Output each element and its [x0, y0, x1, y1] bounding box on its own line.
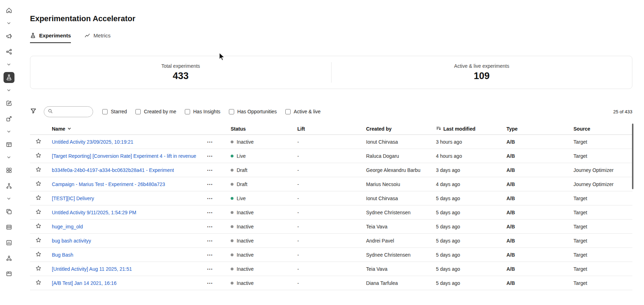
share-icon — [6, 115, 12, 122]
experiment-name-link[interactable]: huge_img_old — [52, 224, 83, 229]
experiment-name-link[interactable]: [A/B Test] Jan 14 2021, 16:16 — [52, 280, 116, 286]
more-actions-button[interactable] — [206, 139, 214, 144]
column-header-lift: Lift — [297, 126, 366, 132]
filter-checkbox-created-by-me[interactable]: Created by me — [135, 109, 176, 114]
table-icon — [6, 141, 12, 148]
sidebar-section-toggle[interactable] — [4, 20, 14, 26]
sidebar-item-megaphone[interactable] — [4, 31, 14, 42]
source-value: Target — [573, 266, 632, 272]
column-header-name[interactable]: Name — [47, 126, 231, 132]
star-button[interactable] — [35, 208, 42, 217]
column-header-type: Type — [506, 126, 573, 132]
sidebar-section-toggle[interactable] — [4, 88, 14, 93]
chevron-down-icon — [67, 126, 71, 132]
type-value: A/B — [506, 266, 573, 272]
sidebar-item-table[interactable] — [4, 139, 14, 150]
more-actions-button[interactable] — [206, 210, 214, 215]
status-label: Live — [237, 196, 246, 201]
table-row: bug bash activityy Inactive - Andrei Pav… — [30, 234, 632, 248]
name-cell: Untitled Activity 9/11/2025, 1:54:29 PM — [47, 210, 231, 215]
sidebar-section-toggle[interactable] — [4, 129, 14, 134]
star-button[interactable] — [35, 137, 42, 146]
lift-value: - — [297, 167, 366, 173]
filter-funnel-button[interactable] — [30, 108, 37, 115]
star-button[interactable] — [35, 222, 42, 231]
star-button[interactable] — [35, 264, 42, 273]
star-button[interactable] — [35, 236, 42, 245]
more-actions-button[interactable] — [206, 281, 214, 285]
filter-checkbox-has-opportunities[interactable]: Has Opportunities — [229, 109, 277, 114]
star-button[interactable] — [35, 250, 42, 259]
star-icon — [35, 223, 42, 230]
metrics-icon — [84, 32, 90, 38]
status-cell: Inactive — [231, 224, 297, 229]
tab-metrics[interactable]: Metrics — [84, 32, 110, 43]
star-cell — [30, 208, 47, 217]
table-row: Untitled Activity 23/09/2025, 10:19:21 I… — [30, 135, 632, 149]
experiment-name-link[interactable]: bug bash activityy — [52, 238, 91, 244]
sidebar-item-chart[interactable] — [4, 237, 14, 248]
tab-experiments[interactable]: Experiments — [30, 32, 71, 43]
sidebar-section-toggle[interactable] — [4, 196, 14, 202]
filter-checkbox-group: StarredCreated by meHas InsightsHas Oppo… — [102, 109, 321, 114]
star-icon — [35, 279, 42, 287]
checkbox-icon — [135, 109, 141, 114]
status-cell: Live — [231, 196, 297, 201]
more-actions-button[interactable] — [206, 196, 214, 201]
experiment-name-link[interactable]: Untitled Activity 23/09/2025, 10:19:21 — [52, 139, 133, 145]
type-value: A/B — [506, 280, 573, 286]
more-actions-button[interactable] — [206, 182, 214, 186]
created-by-value: Ionut Chirvasa — [366, 196, 436, 201]
source-value: Target — [573, 139, 632, 145]
sidebar-item-branch[interactable] — [4, 180, 14, 191]
sidebar-item-copy[interactable] — [4, 206, 14, 217]
filter-checkbox-active-live[interactable]: Active & live — [285, 109, 321, 114]
star-button[interactable] — [35, 180, 42, 189]
star-button[interactable] — [35, 151, 42, 160]
column-header-last-modified[interactable]: Last modified — [436, 126, 506, 132]
name-cell: Campaign - Marius Test - Experiment - 26… — [47, 181, 231, 187]
chevron-down-icon — [7, 21, 11, 25]
filter-checkbox-starred[interactable]: Starred — [102, 109, 127, 114]
sidebar-item-tabs[interactable] — [4, 268, 14, 279]
sidebar-item-compose[interactable] — [4, 98, 14, 109]
star-button[interactable] — [35, 279, 42, 287]
sidebar-item-home[interactable] — [4, 5, 14, 16]
more-actions-button[interactable] — [206, 238, 214, 243]
table-scrollbar[interactable] — [632, 124, 633, 189]
more-actions-button[interactable] — [206, 267, 214, 271]
star-cell — [30, 250, 47, 259]
column-header-created-by: Created by — [366, 126, 436, 132]
filter-checkbox-has-insights[interactable]: Has Insights — [185, 109, 220, 114]
lift-value: - — [297, 153, 366, 159]
experiment-name-link[interactable]: [Target Reporting] [Conversion Rate] Exp… — [52, 153, 196, 159]
experiment-name-link[interactable]: b334fe0a-24b0-4197-a334-bc0632b28a41 - E… — [52, 167, 174, 173]
experiment-name-link[interactable]: [TEST][IC] Delivery — [52, 196, 94, 201]
more-actions-button[interactable] — [206, 154, 214, 158]
star-button[interactable] — [35, 166, 42, 174]
sidebar-item-list[interactable] — [4, 222, 14, 233]
type-value: A/B — [506, 167, 573, 173]
experiment-name-link[interactable]: Campaign - Marius Test - Experiment - 26… — [52, 181, 165, 187]
star-button[interactable] — [35, 194, 42, 203]
more-actions-button[interactable] — [206, 168, 214, 172]
checkbox-label: Has Opportunities — [237, 109, 277, 114]
search-input[interactable] — [55, 109, 89, 114]
sidebar-item-workflow[interactable] — [4, 46, 14, 57]
sidebar-item-org[interactable] — [4, 253, 14, 264]
experiment-name-link[interactable]: Bug Bash — [52, 252, 73, 258]
status-label: Inactive — [237, 210, 254, 215]
experiment-name-link[interactable]: [Untitled Activity] Aug 11 2025, 21:51 — [52, 266, 132, 272]
chevron-down-icon — [7, 197, 11, 201]
sidebar-item-share[interactable] — [4, 113, 14, 124]
more-actions-button[interactable] — [206, 252, 214, 257]
experiment-name-link[interactable]: Untitled Activity 9/11/2025, 1:54:29 PM — [52, 210, 136, 215]
created-by-value: Teia Vava — [366, 224, 436, 229]
more-actions-button[interactable] — [206, 224, 214, 229]
sidebar-item-grid[interactable] — [4, 165, 14, 176]
sidebar-section-toggle[interactable] — [4, 155, 14, 160]
tab-metrics-label: Metrics — [93, 32, 110, 38]
sidebar-section-toggle[interactable] — [4, 62, 14, 67]
sidebar-item-flask[interactable] — [4, 72, 14, 83]
last-modified-value: 3 hours ago — [436, 139, 506, 145]
